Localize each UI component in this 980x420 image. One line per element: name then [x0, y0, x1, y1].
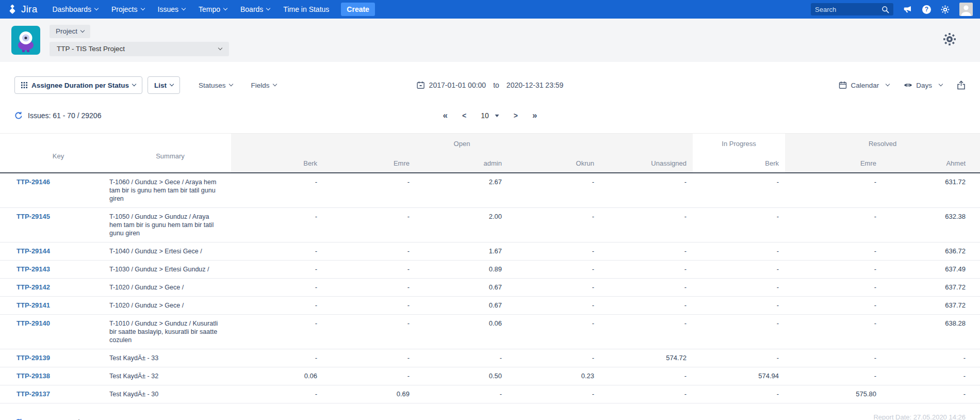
duration-value-cell: - — [785, 260, 883, 278]
previous-page-button[interactable]: < — [462, 111, 466, 120]
pagination-bottom: « < 10 > » — [443, 417, 537, 420]
issue-summary-cell: Test KaydÄ± - 30 — [100, 385, 231, 403]
issue-key-cell: TTP-29142 — [0, 278, 100, 296]
report-type-button[interactable]: Assignee Duration per Status — [14, 76, 142, 94]
first-page-button[interactable]: « — [443, 417, 448, 420]
refresh-icon[interactable] — [14, 111, 23, 120]
announcements-icon[interactable] — [903, 5, 912, 14]
calendar-mode-dropdown[interactable]: Calendar — [839, 81, 889, 89]
fields-label: Fields — [251, 82, 270, 89]
nav-item-dashboards[interactable]: Dashboards — [45, 0, 105, 19]
issue-summary-cell: T-1020 / Gunduz > Gece / — [100, 278, 231, 296]
scope-dropdown[interactable]: Project — [50, 25, 90, 38]
refresh-icon[interactable] — [14, 418, 23, 420]
issue-summary-cell: T-1020 / Gunduz > Gece / — [100, 296, 231, 314]
unit-dropdown[interactable]: Days — [904, 82, 942, 89]
issues-counter-text: Issues: 61 - 70 / 29206 — [28, 418, 101, 420]
issue-key-link[interactable]: TTP-29139 — [17, 354, 50, 362]
duration-value-cell: - — [600, 260, 693, 278]
jira-logo[interactable]: Jira — [7, 4, 37, 15]
issue-key-link[interactable]: TTP-29145 — [17, 213, 50, 220]
next-page-button[interactable]: > — [514, 418, 518, 420]
search-icon[interactable] — [881, 6, 889, 13]
nav-item-boards[interactable]: Boards — [234, 0, 276, 19]
duration-value-cell: - — [693, 385, 785, 403]
duration-value-cell: - — [231, 278, 323, 296]
nav-item-projects[interactable]: Projects — [105, 0, 151, 19]
next-page-button[interactable]: > — [514, 111, 518, 120]
first-page-button[interactable]: « — [443, 110, 448, 121]
view-mode-button[interactable]: List — [148, 76, 180, 94]
last-page-button[interactable]: » — [532, 110, 537, 121]
statuses-dropdown[interactable]: Statuses — [199, 82, 233, 89]
page-size-select[interactable]: 10 — [481, 418, 499, 420]
last-page-button[interactable]: » — [532, 417, 537, 420]
duration-value-cell: - — [693, 314, 785, 349]
search-input[interactable] — [815, 6, 881, 13]
pagination-top: « < 10 > » — [443, 110, 537, 121]
chevron-down-icon — [94, 6, 99, 10]
nav-item-issues[interactable]: Issues — [151, 0, 192, 19]
duration-value-cell: 637.72 — [883, 278, 980, 296]
duration-value-cell: - — [693, 173, 785, 208]
issue-key-link[interactable]: TTP-29146 — [17, 178, 50, 186]
date-from-value: 2017-01-01 00:00 — [429, 81, 486, 89]
project-selector-group: Project TTP - TIS Test Project — [50, 25, 229, 56]
dropdown-triangle-icon — [495, 115, 499, 117]
duration-value-cell: 0.50 — [416, 367, 508, 385]
duration-value-cell: - — [508, 314, 600, 349]
fields-dropdown[interactable]: Fields — [251, 82, 276, 89]
duration-value-cell: - — [785, 278, 883, 296]
duration-value-cell: - — [416, 349, 508, 367]
issue-row: TTP-29142T-1020 / Gunduz > Gece /--0.67-… — [0, 278, 980, 296]
duration-value-cell: 637.49 — [883, 260, 980, 278]
issue-key-cell: TTP-29138 — [0, 367, 100, 385]
duration-value-cell: - — [323, 296, 416, 314]
nav-item-label: Projects — [111, 5, 138, 13]
help-icon[interactable]: ? — [922, 5, 931, 14]
duration-value-cell: 0.23 — [508, 367, 600, 385]
unit-label: Days — [916, 82, 932, 89]
duration-value-cell: - — [785, 367, 883, 385]
duration-value-cell: - — [883, 349, 980, 367]
issue-key-link[interactable]: TTP-29141 — [17, 301, 50, 309]
eye-icon — [904, 82, 912, 88]
issue-key-link[interactable]: TTP-29140 — [17, 319, 50, 327]
previous-page-button[interactable]: < — [462, 418, 466, 420]
nav-item-tempo[interactable]: Tempo — [192, 0, 234, 19]
duration-value-cell: 0.69 — [323, 385, 416, 403]
duration-value-cell: - — [600, 242, 693, 260]
chevron-down-icon — [182, 6, 186, 10]
issue-key-cell: TTP-29139 — [0, 349, 100, 367]
duration-value-cell: - — [323, 242, 416, 260]
date-range-picker[interactable]: 2017-01-01 00:00 to 2020-12-31 23:59 — [417, 81, 564, 89]
settings-gear-icon[interactable] — [943, 33, 956, 48]
duration-value-cell: - — [323, 207, 416, 242]
issues-counter-top: Issues: 61 - 70 / 29206 — [14, 111, 101, 120]
project-select[interactable]: TTP - TIS Test Project — [50, 42, 229, 56]
nav-item-time-in-status[interactable]: Time in Status — [276, 0, 336, 19]
issue-key-link[interactable]: TTP-29142 — [17, 283, 50, 291]
issue-key-link[interactable]: TTP-29138 — [17, 372, 50, 380]
issue-key-link[interactable]: TTP-29137 — [17, 390, 50, 398]
column-group-resolved: Resolved — [785, 134, 980, 154]
issue-summary-cell: Test KaydÄ± - 33 — [100, 349, 231, 367]
nav-menu: Dashboards Projects Issues Tempo Boards … — [45, 0, 336, 19]
issue-key-cell: TTP-29143 — [0, 260, 100, 278]
gear-icon[interactable] — [941, 5, 950, 14]
issue-key-link[interactable]: TTP-29144 — [17, 247, 50, 255]
duration-value-cell: - — [785, 173, 883, 208]
issues-count-row-bottom: Issues: 61 - 70 / 29206 « < 10 > » Repor… — [0, 411, 980, 420]
duration-value-cell: 574.94 — [693, 367, 785, 385]
create-button[interactable]: Create — [341, 3, 375, 16]
duration-value-cell: - — [693, 207, 785, 242]
duration-value-cell: - — [785, 314, 883, 349]
page-size-select[interactable]: 10 — [481, 111, 499, 120]
page-size-value: 10 — [481, 418, 489, 420]
user-avatar[interactable] — [959, 3, 973, 16]
duration-value-cell: - — [323, 173, 416, 208]
export-icon[interactable] — [957, 80, 966, 90]
issue-key-link[interactable]: TTP-29143 — [17, 265, 50, 273]
duration-value-cell: - — [231, 349, 323, 367]
chevron-down-icon — [228, 82, 233, 86]
